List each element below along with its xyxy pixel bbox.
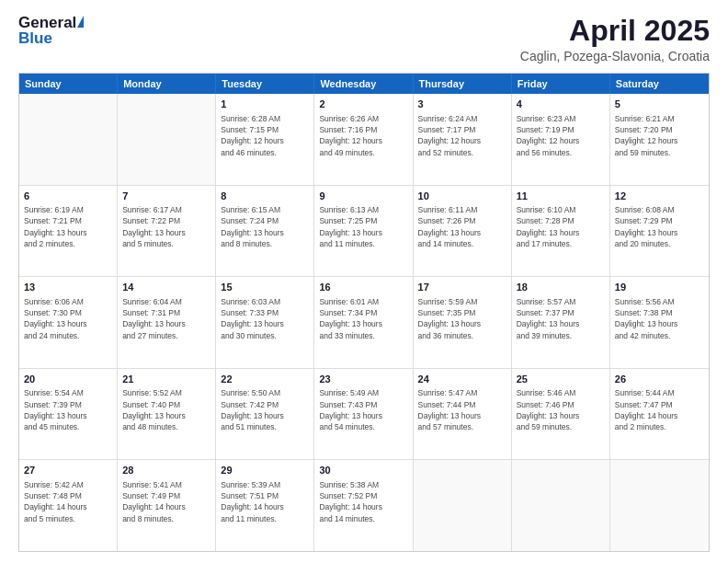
calendar-cell: 11Sunrise: 6:10 AM Sunset: 7:28 PM Dayli… xyxy=(512,186,610,277)
header: General Blue April 2025 Caglin, Pozega-S… xyxy=(18,15,710,63)
calendar-body: 1Sunrise: 6:28 AM Sunset: 7:15 PM Daylig… xyxy=(19,94,709,551)
calendar-cell: 17Sunrise: 5:59 AM Sunset: 7:35 PM Dayli… xyxy=(414,277,512,368)
weekday-header: Monday xyxy=(118,74,216,94)
calendar-cell: 9Sunrise: 6:13 AM Sunset: 7:25 PM Daylig… xyxy=(314,186,413,277)
logo-triangle-icon xyxy=(77,16,84,28)
day-info: Sunrise: 6:21 AM Sunset: 7:20 PM Dayligh… xyxy=(615,113,704,158)
calendar-cell: 5Sunrise: 6:21 AM Sunset: 7:20 PM Daylig… xyxy=(610,94,709,185)
calendar-cell: 30Sunrise: 5:38 AM Sunset: 7:52 PM Dayli… xyxy=(314,460,413,551)
day-info: Sunrise: 5:41 AM Sunset: 7:49 PM Dayligh… xyxy=(122,479,210,524)
subtitle: Caglin, Pozega-Slavonia, Croatia xyxy=(520,49,710,63)
calendar-cell: 27Sunrise: 5:42 AM Sunset: 7:48 PM Dayli… xyxy=(19,460,118,551)
day-info: Sunrise: 5:38 AM Sunset: 7:52 PM Dayligh… xyxy=(319,479,407,524)
day-info: Sunrise: 6:28 AM Sunset: 7:15 PM Dayligh… xyxy=(221,113,309,158)
day-number: 21 xyxy=(122,373,210,386)
weekday-header: Tuesday xyxy=(216,74,314,94)
day-number: 7 xyxy=(122,190,210,203)
calendar-cell: 18Sunrise: 5:57 AM Sunset: 7:37 PM Dayli… xyxy=(512,277,610,368)
day-number: 14 xyxy=(122,281,210,294)
calendar-cell: 3Sunrise: 6:24 AM Sunset: 7:17 PM Daylig… xyxy=(414,94,512,185)
calendar-cell: 12Sunrise: 6:08 AM Sunset: 7:29 PM Dayli… xyxy=(610,186,709,277)
day-info: Sunrise: 6:15 AM Sunset: 7:24 PM Dayligh… xyxy=(221,204,309,249)
weekday-header: Thursday xyxy=(414,74,512,94)
day-info: Sunrise: 5:39 AM Sunset: 7:51 PM Dayligh… xyxy=(221,479,309,524)
calendar-cell: 29Sunrise: 5:39 AM Sunset: 7:51 PM Dayli… xyxy=(216,460,314,551)
calendar-cell: 15Sunrise: 6:03 AM Sunset: 7:33 PM Dayli… xyxy=(216,277,314,368)
calendar-cell xyxy=(19,94,118,185)
day-number: 22 xyxy=(221,373,309,386)
calendar-cell: 19Sunrise: 5:56 AM Sunset: 7:38 PM Dayli… xyxy=(610,277,709,368)
day-info: Sunrise: 5:54 AM Sunset: 7:39 PM Dayligh… xyxy=(24,387,112,432)
calendar-cell: 16Sunrise: 6:01 AM Sunset: 7:34 PM Dayli… xyxy=(314,277,413,368)
calendar-cell: 22Sunrise: 5:50 AM Sunset: 7:42 PM Dayli… xyxy=(216,369,314,460)
weekday-header: Saturday xyxy=(610,74,709,94)
calendar-cell xyxy=(610,460,709,551)
calendar-cell: 24Sunrise: 5:47 AM Sunset: 7:44 PM Dayli… xyxy=(414,369,512,460)
calendar-cell: 25Sunrise: 5:46 AM Sunset: 7:46 PM Dayli… xyxy=(512,369,610,460)
calendar-cell: 2Sunrise: 6:26 AM Sunset: 7:16 PM Daylig… xyxy=(314,94,413,185)
day-info: Sunrise: 5:52 AM Sunset: 7:40 PM Dayligh… xyxy=(122,387,210,432)
day-number: 20 xyxy=(24,373,112,386)
day-number: 6 xyxy=(24,190,112,203)
day-info: Sunrise: 6:24 AM Sunset: 7:17 PM Dayligh… xyxy=(418,113,506,158)
day-number: 17 xyxy=(418,281,506,294)
day-info: Sunrise: 6:08 AM Sunset: 7:29 PM Dayligh… xyxy=(615,204,704,249)
day-number: 27 xyxy=(24,464,112,477)
calendar-cell: 20Sunrise: 5:54 AM Sunset: 7:39 PM Dayli… xyxy=(19,369,118,460)
day-info: Sunrise: 5:49 AM Sunset: 7:43 PM Dayligh… xyxy=(319,387,407,432)
day-number: 28 xyxy=(122,464,210,477)
calendar-row: 6Sunrise: 6:19 AM Sunset: 7:21 PM Daylig… xyxy=(19,185,709,277)
day-number: 23 xyxy=(319,373,407,386)
logo-blue-text: Blue xyxy=(18,30,84,46)
calendar-row: 27Sunrise: 5:42 AM Sunset: 7:48 PM Dayli… xyxy=(19,459,709,551)
day-number: 24 xyxy=(418,373,506,386)
calendar-cell xyxy=(414,460,512,551)
main-title: April 2025 xyxy=(520,15,710,47)
day-number: 4 xyxy=(517,98,605,111)
day-number: 25 xyxy=(517,373,605,386)
calendar-row: 20Sunrise: 5:54 AM Sunset: 7:39 PM Dayli… xyxy=(19,368,709,460)
day-number: 10 xyxy=(418,190,506,203)
day-info: Sunrise: 5:59 AM Sunset: 7:35 PM Dayligh… xyxy=(418,296,506,341)
day-number: 11 xyxy=(517,190,605,203)
calendar-cell: 23Sunrise: 5:49 AM Sunset: 7:43 PM Dayli… xyxy=(314,369,413,460)
day-info: Sunrise: 5:56 AM Sunset: 7:38 PM Dayligh… xyxy=(615,296,704,341)
calendar-cell: 6Sunrise: 6:19 AM Sunset: 7:21 PM Daylig… xyxy=(19,186,118,277)
day-info: Sunrise: 6:10 AM Sunset: 7:28 PM Dayligh… xyxy=(517,204,605,249)
calendar-cell: 13Sunrise: 6:06 AM Sunset: 7:30 PM Dayli… xyxy=(19,277,118,368)
day-number: 1 xyxy=(221,98,309,111)
calendar-cell: 14Sunrise: 6:04 AM Sunset: 7:31 PM Dayli… xyxy=(118,277,216,368)
day-number: 2 xyxy=(319,98,407,111)
day-number: 30 xyxy=(319,464,407,477)
day-number: 15 xyxy=(221,281,309,294)
day-info: Sunrise: 5:50 AM Sunset: 7:42 PM Dayligh… xyxy=(221,387,309,432)
day-number: 18 xyxy=(517,281,605,294)
day-number: 9 xyxy=(319,190,407,203)
day-info: Sunrise: 6:17 AM Sunset: 7:22 PM Dayligh… xyxy=(122,204,210,249)
calendar-cell: 26Sunrise: 5:44 AM Sunset: 7:47 PM Dayli… xyxy=(610,369,709,460)
day-info: Sunrise: 5:44 AM Sunset: 7:47 PM Dayligh… xyxy=(615,387,704,432)
day-number: 26 xyxy=(615,373,704,386)
day-number: 3 xyxy=(418,98,506,111)
day-info: Sunrise: 5:42 AM Sunset: 7:48 PM Dayligh… xyxy=(24,479,112,524)
day-info: Sunrise: 6:23 AM Sunset: 7:19 PM Dayligh… xyxy=(517,113,605,158)
calendar-cell: 28Sunrise: 5:41 AM Sunset: 7:49 PM Dayli… xyxy=(118,460,216,551)
day-info: Sunrise: 6:19 AM Sunset: 7:21 PM Dayligh… xyxy=(24,204,112,249)
page: General Blue April 2025 Caglin, Pozega-S… xyxy=(0,0,728,563)
day-number: 16 xyxy=(319,281,407,294)
day-number: 8 xyxy=(221,190,309,203)
calendar-cell xyxy=(118,94,216,185)
day-info: Sunrise: 6:06 AM Sunset: 7:30 PM Dayligh… xyxy=(24,296,112,341)
calendar-cell xyxy=(512,460,610,551)
calendar-cell: 1Sunrise: 6:28 AM Sunset: 7:15 PM Daylig… xyxy=(216,94,314,185)
weekday-header: Wednesday xyxy=(314,74,413,94)
calendar-row: 13Sunrise: 6:06 AM Sunset: 7:30 PM Dayli… xyxy=(19,276,709,368)
day-number: 13 xyxy=(24,281,112,294)
calendar-cell: 8Sunrise: 6:15 AM Sunset: 7:24 PM Daylig… xyxy=(216,186,314,277)
calendar-header: SundayMondayTuesdayWednesdayThursdayFrid… xyxy=(19,74,709,94)
day-number: 12 xyxy=(615,190,704,203)
day-info: Sunrise: 5:57 AM Sunset: 7:37 PM Dayligh… xyxy=(517,296,605,341)
weekday-header: Sunday xyxy=(19,74,118,94)
day-info: Sunrise: 5:47 AM Sunset: 7:44 PM Dayligh… xyxy=(418,387,506,432)
calendar-cell: 7Sunrise: 6:17 AM Sunset: 7:22 PM Daylig… xyxy=(118,186,216,277)
